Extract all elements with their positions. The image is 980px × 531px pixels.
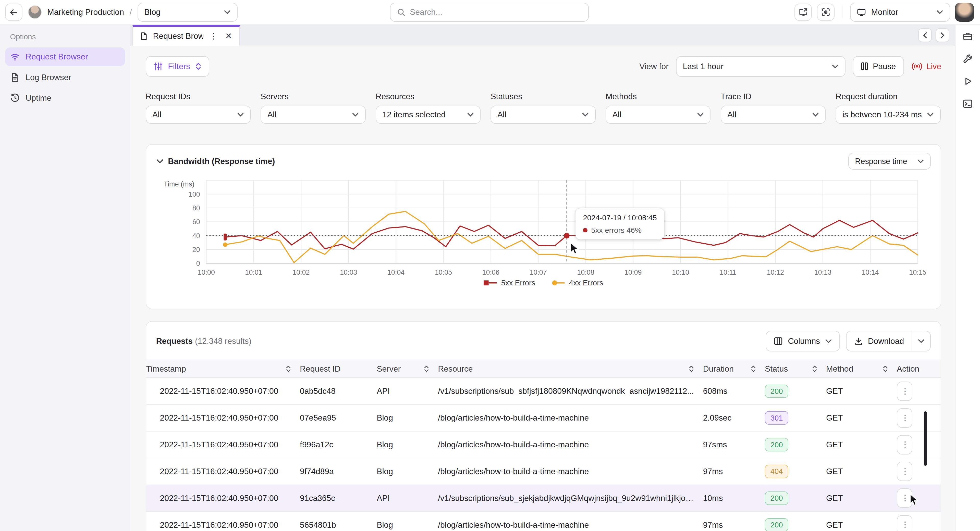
chevron-down-icon <box>582 113 589 117</box>
filter-label: Trace ID <box>721 92 826 101</box>
chevron-down-icon <box>927 113 934 117</box>
filter-group: Servers All <box>261 92 366 124</box>
filter-select[interactable]: All <box>606 106 711 124</box>
sort-icon[interactable] <box>812 365 818 373</box>
requests-results-count: (12.348 results) <box>195 336 251 346</box>
sidebar-item-log-browser[interactable]: Log Browser <box>5 68 125 87</box>
cell-server: Blog <box>377 404 438 431</box>
row-actions-button[interactable]: ⋮ <box>897 488 912 508</box>
svg-text:40: 40 <box>192 232 200 240</box>
table-row[interactable]: 2022-11-15T16:02:40.950+07:00 5654801b B… <box>146 512 941 531</box>
row-actions-button[interactable]: ⋮ <box>897 382 912 401</box>
sort-icon[interactable] <box>751 365 756 373</box>
chevron-down-icon <box>936 10 943 14</box>
time-range-select[interactable]: Last 1 hour <box>676 56 845 77</box>
filter-select[interactable]: is between 10-234 ms <box>835 106 940 124</box>
sidebar-item-request-browser[interactable]: Request Browser <box>5 48 125 66</box>
column-label: Duration <box>703 364 734 374</box>
filter-label: Request duration <box>835 92 940 101</box>
columns-button[interactable]: Columns <box>765 331 840 352</box>
download-button[interactable]: Download <box>846 331 912 352</box>
filter-select[interactable]: All <box>261 106 366 124</box>
environment-select[interactable]: Blog <box>138 3 238 21</box>
toolbox-button[interactable] <box>959 28 976 44</box>
cell-timestamp: 2022-11-15T16:02:40.950+07:00 <box>146 431 300 458</box>
table-row[interactable]: 2022-11-15T16:02:40.950+07:00 91ca365c A… <box>146 485 941 512</box>
svg-text:10:09: 10:09 <box>625 269 641 276</box>
tooltip-value: 5xx errors 46% <box>591 226 641 235</box>
svg-text:100: 100 <box>188 190 200 198</box>
column-label: Resource <box>438 364 473 374</box>
wrench-button[interactable] <box>959 51 976 67</box>
column-header[interactable]: Request ID <box>300 360 377 378</box>
sort-icon[interactable] <box>689 365 694 373</box>
filter-group: Request duration is between 10-234 ms <box>835 92 940 124</box>
row-actions-button[interactable]: ⋮ <box>897 461 912 481</box>
column-header[interactable]: Timestamp <box>146 360 300 378</box>
download-options-button[interactable] <box>912 331 931 352</box>
row-actions-button[interactable]: ⋮ <box>897 408 912 428</box>
legend-item[interactable]: 4xx Errors <box>552 279 603 287</box>
tabs-prev-button[interactable] <box>918 28 932 42</box>
legend-marker-icon <box>484 279 496 287</box>
table-row[interactable]: 2022-11-15T16:02:40.950+07:00 07e5ea95 B… <box>146 404 941 431</box>
view-mode-select[interactable]: Monitor <box>850 3 950 21</box>
column-label: Status <box>765 364 788 374</box>
filter-label: Resources <box>375 92 480 101</box>
workspace-name: Marketing Production <box>47 7 124 17</box>
column-header[interactable]: Duration <box>703 360 765 378</box>
row-actions-button[interactable]: ⋮ <box>897 435 912 455</box>
chevron-down-icon <box>156 159 164 164</box>
chart-metric-select[interactable]: Response time <box>848 153 931 170</box>
legend-marker-icon <box>552 279 565 287</box>
screen-share-icon <box>798 7 808 17</box>
table-row[interactable]: 2022-11-15T16:02:40.950+07:00 9f74d89a B… <box>146 458 941 485</box>
sort-icon[interactable] <box>424 365 429 373</box>
sort-icon[interactable] <box>286 365 291 373</box>
run-button[interactable] <box>959 73 976 90</box>
watch-mode-button[interactable] <box>817 3 835 21</box>
pause-button[interactable]: Pause <box>853 56 904 77</box>
column-header[interactable]: Status <box>765 360 826 378</box>
chevron-down-icon <box>237 113 244 117</box>
column-header[interactable]: Resource <box>438 360 703 378</box>
live-indicator[interactable]: Live <box>912 62 941 71</box>
table-body: 2022-11-15T16:02:40.950+07:00 0ab5dc48 A… <box>146 378 941 531</box>
filters-button[interactable]: Filters <box>146 56 210 77</box>
terminal-button[interactable] <box>959 96 976 112</box>
cell-server: API <box>377 378 438 404</box>
column-header[interactable]: Method <box>826 360 897 378</box>
user-avatar[interactable] <box>955 3 974 21</box>
time-range-value: Last 1 hour <box>683 62 724 71</box>
table-row[interactable]: 2022-11-15T16:02:40.950+07:00 f996a12c B… <box>146 431 941 458</box>
back-button[interactable] <box>5 3 23 21</box>
legend-item[interactable]: 5xx Errors <box>484 279 535 287</box>
sidebar-item-uptime[interactable]: Uptime <box>5 89 125 107</box>
right-tool-rail <box>955 25 980 531</box>
tabs-next-button[interactable] <box>935 28 950 42</box>
column-header[interactable]: Server <box>377 360 438 378</box>
tab-request-browser[interactable]: Request Browser ⋮ ✕ <box>132 25 240 46</box>
search-input[interactable]: Search... <box>390 3 589 21</box>
request-browser-app: Marketing Production / Blog Search... <box>0 0 980 531</box>
chart-collapse-toggle[interactable]: Bandwidth (Response time) <box>156 157 275 166</box>
screen-share-button[interactable] <box>794 3 812 21</box>
filter-select[interactable]: 12 items selected <box>375 106 480 124</box>
sort-icon[interactable] <box>883 365 888 373</box>
table-scrollbar-thumb[interactable] <box>924 411 927 466</box>
svg-text:10:07: 10:07 <box>530 269 547 276</box>
column-header[interactable]: Action <box>897 360 941 378</box>
filter-row: Request IDs All Servers <box>146 92 942 124</box>
chevron-down-icon <box>697 113 704 117</box>
table-row[interactable]: 2022-11-15T16:02:40.950+07:00 0ab5dc48 A… <box>146 378 941 404</box>
row-actions-button[interactable]: ⋮ <box>897 515 912 531</box>
filter-select[interactable]: All <box>146 106 251 124</box>
cell-resource: /blog/articles/how-to-build-a-time-machi… <box>438 431 703 458</box>
tab-close-button[interactable]: ✕ <box>224 32 233 40</box>
filter-select[interactable]: All <box>721 106 826 124</box>
svg-text:0: 0 <box>196 260 200 268</box>
cell-status: 404 <box>765 458 826 485</box>
column-label: Server <box>377 364 401 374</box>
tab-menu-button[interactable]: ⋮ <box>208 32 219 40</box>
filter-select[interactable]: All <box>490 106 595 124</box>
